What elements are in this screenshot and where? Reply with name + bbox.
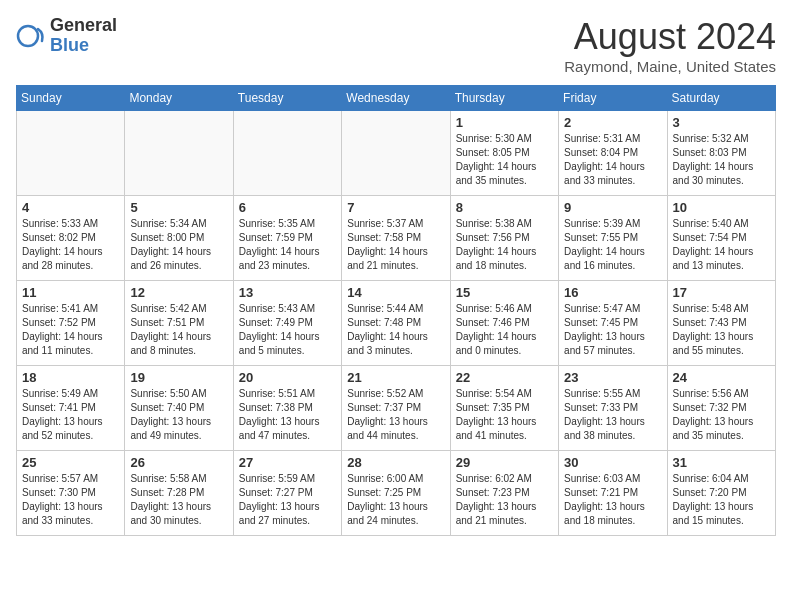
calendar-cell: 28Sunrise: 6:00 AMSunset: 7:25 PMDayligh… (342, 451, 450, 536)
day-number: 27 (239, 455, 336, 470)
day-info: Sunrise: 6:02 AMSunset: 7:23 PMDaylight:… (456, 472, 553, 528)
page-header: General Blue August 2024 Raymond, Maine,… (16, 16, 776, 75)
calendar-week-4: 18Sunrise: 5:49 AMSunset: 7:41 PMDayligh… (17, 366, 776, 451)
day-number: 18 (22, 370, 119, 385)
logo-text: General Blue (50, 16, 117, 56)
calendar-week-1: 1Sunrise: 5:30 AMSunset: 8:05 PMDaylight… (17, 111, 776, 196)
column-header-monday: Monday (125, 86, 233, 111)
day-number: 9 (564, 200, 661, 215)
day-info: Sunrise: 5:46 AMSunset: 7:46 PMDaylight:… (456, 302, 553, 358)
month-title: August 2024 (564, 16, 776, 58)
day-info: Sunrise: 5:58 AMSunset: 7:28 PMDaylight:… (130, 472, 227, 528)
day-info: Sunrise: 5:34 AMSunset: 8:00 PMDaylight:… (130, 217, 227, 273)
day-info: Sunrise: 5:35 AMSunset: 7:59 PMDaylight:… (239, 217, 336, 273)
calendar-cell: 9Sunrise: 5:39 AMSunset: 7:55 PMDaylight… (559, 196, 667, 281)
calendar-cell: 18Sunrise: 5:49 AMSunset: 7:41 PMDayligh… (17, 366, 125, 451)
column-header-wednesday: Wednesday (342, 86, 450, 111)
day-info: Sunrise: 5:31 AMSunset: 8:04 PMDaylight:… (564, 132, 661, 188)
day-info: Sunrise: 5:37 AMSunset: 7:58 PMDaylight:… (347, 217, 444, 273)
day-number: 31 (673, 455, 770, 470)
calendar-cell: 8Sunrise: 5:38 AMSunset: 7:56 PMDaylight… (450, 196, 558, 281)
calendar-cell: 25Sunrise: 5:57 AMSunset: 7:30 PMDayligh… (17, 451, 125, 536)
calendar-cell: 1Sunrise: 5:30 AMSunset: 8:05 PMDaylight… (450, 111, 558, 196)
calendar-cell: 11Sunrise: 5:41 AMSunset: 7:52 PMDayligh… (17, 281, 125, 366)
day-number: 5 (130, 200, 227, 215)
day-info: Sunrise: 5:50 AMSunset: 7:40 PMDaylight:… (130, 387, 227, 443)
calendar-cell: 30Sunrise: 6:03 AMSunset: 7:21 PMDayligh… (559, 451, 667, 536)
day-number: 11 (22, 285, 119, 300)
day-info: Sunrise: 5:43 AMSunset: 7:49 PMDaylight:… (239, 302, 336, 358)
calendar-cell: 15Sunrise: 5:46 AMSunset: 7:46 PMDayligh… (450, 281, 558, 366)
day-info: Sunrise: 5:49 AMSunset: 7:41 PMDaylight:… (22, 387, 119, 443)
day-info: Sunrise: 5:47 AMSunset: 7:45 PMDaylight:… (564, 302, 661, 358)
day-info: Sunrise: 5:33 AMSunset: 8:02 PMDaylight:… (22, 217, 119, 273)
calendar-cell: 21Sunrise: 5:52 AMSunset: 7:37 PMDayligh… (342, 366, 450, 451)
day-info: Sunrise: 5:40 AMSunset: 7:54 PMDaylight:… (673, 217, 770, 273)
day-number: 4 (22, 200, 119, 215)
day-number: 2 (564, 115, 661, 130)
logo-blue: Blue (50, 36, 117, 56)
day-info: Sunrise: 5:44 AMSunset: 7:48 PMDaylight:… (347, 302, 444, 358)
calendar-header-row: SundayMondayTuesdayWednesdayThursdayFrid… (17, 86, 776, 111)
day-info: Sunrise: 5:39 AMSunset: 7:55 PMDaylight:… (564, 217, 661, 273)
calendar-cell: 20Sunrise: 5:51 AMSunset: 7:38 PMDayligh… (233, 366, 341, 451)
day-number: 15 (456, 285, 553, 300)
calendar-cell: 7Sunrise: 5:37 AMSunset: 7:58 PMDaylight… (342, 196, 450, 281)
day-info: Sunrise: 5:56 AMSunset: 7:32 PMDaylight:… (673, 387, 770, 443)
day-number: 26 (130, 455, 227, 470)
day-number: 14 (347, 285, 444, 300)
day-number: 13 (239, 285, 336, 300)
day-info: Sunrise: 5:57 AMSunset: 7:30 PMDaylight:… (22, 472, 119, 528)
day-info: Sunrise: 5:41 AMSunset: 7:52 PMDaylight:… (22, 302, 119, 358)
calendar-cell: 24Sunrise: 5:56 AMSunset: 7:32 PMDayligh… (667, 366, 775, 451)
day-number: 10 (673, 200, 770, 215)
day-number: 6 (239, 200, 336, 215)
calendar-cell: 23Sunrise: 5:55 AMSunset: 7:33 PMDayligh… (559, 366, 667, 451)
column-header-friday: Friday (559, 86, 667, 111)
day-number: 23 (564, 370, 661, 385)
day-info: Sunrise: 5:42 AMSunset: 7:51 PMDaylight:… (130, 302, 227, 358)
calendar-cell: 16Sunrise: 5:47 AMSunset: 7:45 PMDayligh… (559, 281, 667, 366)
calendar-cell: 17Sunrise: 5:48 AMSunset: 7:43 PMDayligh… (667, 281, 775, 366)
column-header-tuesday: Tuesday (233, 86, 341, 111)
day-number: 3 (673, 115, 770, 130)
day-info: Sunrise: 5:54 AMSunset: 7:35 PMDaylight:… (456, 387, 553, 443)
day-info: Sunrise: 5:32 AMSunset: 8:03 PMDaylight:… (673, 132, 770, 188)
column-header-sunday: Sunday (17, 86, 125, 111)
day-number: 16 (564, 285, 661, 300)
calendar-cell: 2Sunrise: 5:31 AMSunset: 8:04 PMDaylight… (559, 111, 667, 196)
day-info: Sunrise: 6:03 AMSunset: 7:21 PMDaylight:… (564, 472, 661, 528)
calendar-cell: 31Sunrise: 6:04 AMSunset: 7:20 PMDayligh… (667, 451, 775, 536)
calendar-cell: 12Sunrise: 5:42 AMSunset: 7:51 PMDayligh… (125, 281, 233, 366)
day-number: 22 (456, 370, 553, 385)
column-header-thursday: Thursday (450, 86, 558, 111)
day-info: Sunrise: 5:52 AMSunset: 7:37 PMDaylight:… (347, 387, 444, 443)
calendar-week-5: 25Sunrise: 5:57 AMSunset: 7:30 PMDayligh… (17, 451, 776, 536)
calendar-cell: 27Sunrise: 5:59 AMSunset: 7:27 PMDayligh… (233, 451, 341, 536)
calendar-cell: 13Sunrise: 5:43 AMSunset: 7:49 PMDayligh… (233, 281, 341, 366)
calendar-cell: 10Sunrise: 5:40 AMSunset: 7:54 PMDayligh… (667, 196, 775, 281)
day-number: 29 (456, 455, 553, 470)
calendar-cell: 19Sunrise: 5:50 AMSunset: 7:40 PMDayligh… (125, 366, 233, 451)
day-info: Sunrise: 5:38 AMSunset: 7:56 PMDaylight:… (456, 217, 553, 273)
day-info: Sunrise: 5:30 AMSunset: 8:05 PMDaylight:… (456, 132, 553, 188)
calendar-cell: 26Sunrise: 5:58 AMSunset: 7:28 PMDayligh… (125, 451, 233, 536)
day-number: 7 (347, 200, 444, 215)
column-header-saturday: Saturday (667, 86, 775, 111)
day-number: 28 (347, 455, 444, 470)
title-block: August 2024 Raymond, Maine, United State… (564, 16, 776, 75)
day-info: Sunrise: 6:04 AMSunset: 7:20 PMDaylight:… (673, 472, 770, 528)
day-info: Sunrise: 5:51 AMSunset: 7:38 PMDaylight:… (239, 387, 336, 443)
calendar-cell (125, 111, 233, 196)
calendar-cell: 14Sunrise: 5:44 AMSunset: 7:48 PMDayligh… (342, 281, 450, 366)
day-number: 8 (456, 200, 553, 215)
day-number: 25 (22, 455, 119, 470)
day-number: 20 (239, 370, 336, 385)
calendar-cell: 22Sunrise: 5:54 AMSunset: 7:35 PMDayligh… (450, 366, 558, 451)
calendar-week-2: 4Sunrise: 5:33 AMSunset: 8:02 PMDaylight… (17, 196, 776, 281)
day-info: Sunrise: 5:48 AMSunset: 7:43 PMDaylight:… (673, 302, 770, 358)
day-number: 30 (564, 455, 661, 470)
day-number: 19 (130, 370, 227, 385)
calendar-cell (17, 111, 125, 196)
calendar-cell (342, 111, 450, 196)
